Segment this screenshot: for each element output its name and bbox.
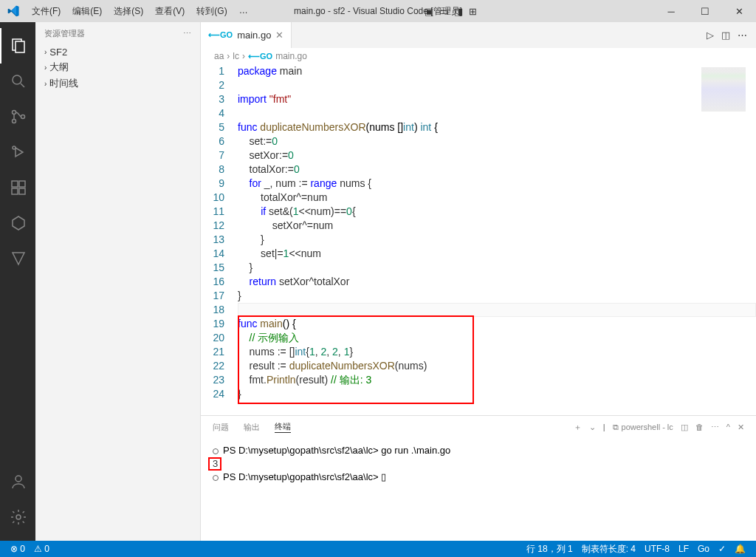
activity-settings-icon[interactable] <box>0 499 35 535</box>
menu-goto[interactable]: 转到(G) <box>190 5 233 18</box>
terminal-profile[interactable]: ⧉ powershell - lc <box>613 423 673 432</box>
panel-tab-output[interactable]: 输出 <box>244 422 260 433</box>
chevron-right-icon: › <box>44 48 47 56</box>
minimize-button[interactable]: ─ <box>654 0 688 22</box>
svg-rect-9 <box>12 181 18 187</box>
menu-select[interactable]: 选择(S) <box>108 5 149 18</box>
svg-line-3 <box>21 83 24 87</box>
tree-item-timeline[interactable]: ›时间线 <box>35 75 200 92</box>
svg-point-6 <box>21 115 25 119</box>
go-file-icon: ⟵GO <box>248 52 272 61</box>
tree-item-outline[interactable]: ›大纲 <box>35 59 200 75</box>
svg-rect-10 <box>12 188 18 194</box>
minimap[interactable] <box>701 67 746 112</box>
panel-actions: ＋ ⌄ | ⧉ powershell - lc ◫ 🗑 ⋯ ^ ✕ <box>574 422 744 433</box>
code-editor[interactable]: 123456789101112131415161718192021222324 … <box>201 64 756 415</box>
split-editor-icon[interactable]: ◫ <box>721 30 730 41</box>
maximize-button[interactable]: ☐ <box>688 0 722 22</box>
panel-tab-problems[interactable]: 问题 <box>213 422 229 433</box>
terminal-split-chevron-icon[interactable]: ⌄ <box>589 423 596 432</box>
tab-label: main.go <box>237 30 271 41</box>
breadcrumb-segment[interactable]: aa <box>214 51 224 61</box>
menu-edit[interactable]: 编辑(E) <box>66 5 108 18</box>
terminal[interactable]: PS D:\mysetup\gopath\src\sf2\aa\lc> go r… <box>201 438 756 541</box>
sidebar-header: 资源管理器 ⋯ <box>35 22 200 45</box>
activity-scm-icon[interactable] <box>0 99 35 134</box>
activity-extensions-icon[interactable] <box>0 170 35 205</box>
layout-customize-icon[interactable]: ⊞ <box>469 6 477 17</box>
activity-bar <box>0 22 35 541</box>
menu-bar: 文件(F) 编辑(E) 选择(S) 查看(V) 转到(G) … <box>26 5 254 18</box>
chevron-right-icon: › <box>227 51 230 61</box>
sidebar-explorer: 资源管理器 ⋯ ›SF2 ›大纲 ›时间线 <box>35 22 201 541</box>
kill-terminal-icon[interactable]: 🗑 <box>695 423 704 431</box>
window-title: main.go - sf2 - Visual Studio Code [管理员] <box>294 5 462 18</box>
svg-point-16 <box>16 515 21 519</box>
svg-point-8 <box>13 146 16 149</box>
activity-explorer-icon[interactable] <box>0 28 35 64</box>
status-language[interactable]: Go <box>693 543 714 556</box>
close-button[interactable]: ✕ <box>722 0 756 22</box>
panel-tabs: 问题 输出 终端 ＋ ⌄ | ⧉ powershell - lc ◫ 🗑 ⋯ ^… <box>201 416 756 438</box>
status-bar: ⊗ 0 ⚠ 0 行 18，列 1 制表符长度: 4 UTF-8 LF Go ✓ … <box>0 541 756 557</box>
activity-debug-icon[interactable] <box>0 134 35 170</box>
editor-group: ⟵GO main.go ✕ ▷ ◫ ⋯ aa › lc › ⟵GO main.g… <box>201 22 756 541</box>
close-panel-icon[interactable]: ✕ <box>738 423 744 432</box>
svg-point-4 <box>13 111 16 115</box>
bottom-panel: 问题 输出 终端 ＋ ⌄ | ⧉ powershell - lc ◫ 🗑 ⋯ ^… <box>201 415 756 541</box>
activity-custom2-icon[interactable] <box>0 241 35 276</box>
status-warnings[interactable]: ⚠ 0 <box>30 544 54 554</box>
code-content[interactable]: package mainimport "fmt"func duplicateNu… <box>238 64 756 415</box>
chevron-right-icon: › <box>44 64 47 72</box>
status-indent[interactable]: 制表符长度: 4 <box>577 543 640 556</box>
maximize-panel-icon[interactable]: ^ <box>726 423 730 431</box>
vscode-logo-icon <box>0 5 26 17</box>
sidebar-title: 资源管理器 <box>44 28 85 39</box>
svg-rect-1 <box>16 41 24 52</box>
split-terminal-icon[interactable]: ◫ <box>681 423 688 432</box>
more-icon[interactable]: ⋯ <box>738 30 747 41</box>
status-check-icon[interactable]: ✓ <box>714 543 730 556</box>
tree-label: 时间线 <box>49 77 78 90</box>
status-bell-icon[interactable]: 🔔 <box>730 543 750 556</box>
chevron-right-icon: › <box>242 51 245 61</box>
status-eol[interactable]: LF <box>674 543 693 556</box>
status-encoding[interactable]: UTF-8 <box>640 543 674 556</box>
run-icon[interactable]: ▷ <box>707 30 714 41</box>
window-controls: ─ ☐ ✕ <box>654 0 756 22</box>
svg-rect-11 <box>19 188 25 194</box>
svg-rect-12 <box>19 181 25 187</box>
tree-item-sf2[interactable]: ›SF2 <box>35 45 200 59</box>
menu-more[interactable]: … <box>233 5 254 18</box>
svg-point-15 <box>16 476 21 482</box>
svg-point-5 <box>13 120 16 123</box>
terminal-profile-label: powershell - lc <box>622 423 673 431</box>
svg-marker-14 <box>13 253 24 264</box>
menu-view[interactable]: 查看(V) <box>149 5 190 18</box>
status-cursor[interactable]: 行 18，列 1 <box>522 543 577 556</box>
status-errors[interactable]: ⊗ 0 <box>6 544 30 554</box>
svg-point-2 <box>13 75 21 84</box>
title-bar: 文件(F) 编辑(E) 选择(S) 查看(V) 转到(G) … main.go … <box>0 0 756 22</box>
line-numbers: 123456789101112131415161718192021222324 <box>201 64 238 415</box>
new-terminal-icon[interactable]: ＋ <box>574 422 582 433</box>
editor-actions: ▷ ◫ ⋯ <box>707 22 756 48</box>
breadcrumb-segment[interactable]: lc <box>233 51 239 61</box>
tab-main-go[interactable]: ⟵GO main.go ✕ <box>201 22 292 48</box>
editor-tabs: ⟵GO main.go ✕ ▷ ◫ ⋯ <box>201 22 756 48</box>
tree-label: SF2 <box>49 47 67 58</box>
menu-file[interactable]: 文件(F) <box>26 5 66 18</box>
tree-label: 大纲 <box>49 61 69 74</box>
more-icon[interactable]: ⋯ <box>183 29 191 38</box>
panel-tab-terminal[interactable]: 终端 <box>275 421 291 433</box>
breadcrumbs[interactable]: aa › lc › ⟵GO main.go <box>201 48 756 64</box>
activity-account-icon[interactable] <box>0 464 35 499</box>
close-icon[interactable]: ✕ <box>275 30 284 41</box>
svg-marker-7 <box>16 148 23 157</box>
activity-custom1-icon[interactable] <box>0 205 35 241</box>
chevron-right-icon: › <box>44 80 47 88</box>
go-file-icon: ⟵GO <box>208 30 233 40</box>
more-icon[interactable]: ⋯ <box>711 423 719 432</box>
activity-search-icon[interactable] <box>0 64 35 99</box>
breadcrumb-segment[interactable]: main.go <box>275 51 307 61</box>
